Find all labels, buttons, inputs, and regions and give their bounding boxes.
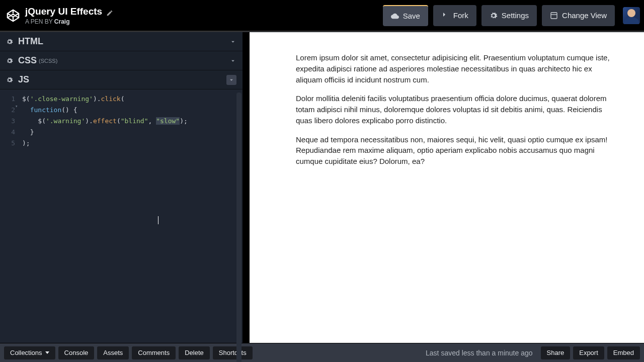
- change-view-button[interactable]: Change View: [542, 5, 615, 26]
- save-button[interactable]: Save: [383, 5, 428, 26]
- html-panel-header[interactable]: HTML: [0, 32, 243, 51]
- author-link[interactable]: Craig: [54, 18, 70, 25]
- settings-button[interactable]: Settings: [481, 5, 537, 26]
- dropdown-icon: [45, 351, 49, 354]
- js-panel-header[interactable]: JS: [0, 70, 243, 89]
- assets-button[interactable]: Assets: [97, 346, 129, 359]
- gear-icon: [490, 12, 498, 20]
- chevron-down-icon[interactable]: [229, 57, 236, 64]
- panel-resizer[interactable]: [243, 32, 250, 343]
- pen-title[interactable]: jQuery UI Effects: [25, 6, 102, 17]
- collections-button[interactable]: Collections: [4, 346, 55, 359]
- css-panel-header[interactable]: CSS (SCSS): [0, 51, 243, 70]
- editor-scrollbar[interactable]: [236, 93, 242, 362]
- css-preprocessor-label: (SCSS): [39, 58, 57, 64]
- cloud-icon: [391, 12, 399, 20]
- save-status: Last saved less than a minute ago: [426, 349, 532, 357]
- comments-button[interactable]: Comments: [132, 346, 176, 359]
- share-button[interactable]: Share: [541, 346, 571, 359]
- line-gutter: 1 2 3 4 5: [0, 89, 19, 343]
- code-content[interactable]: $('.close-warning').click( ▾function() {…: [19, 89, 188, 343]
- embed-button[interactable]: Embed: [607, 346, 640, 359]
- shortcuts-button[interactable]: Shortcuts: [213, 346, 253, 359]
- gear-icon[interactable]: [6, 57, 13, 64]
- chevron-down-icon[interactable]: [229, 38, 236, 45]
- js-editor[interactable]: 1 2 3 4 5 $('.close-warning').click( ▾fu…: [0, 89, 243, 343]
- fork-icon: [441, 12, 449, 20]
- codepen-logo-icon[interactable]: [6, 9, 20, 23]
- gear-icon[interactable]: [6, 76, 13, 83]
- gear-icon[interactable]: [6, 38, 13, 45]
- svg-rect-0: [551, 13, 557, 19]
- delete-button[interactable]: Delete: [179, 346, 210, 359]
- pen-byline: A PEN BY Craig: [25, 18, 113, 25]
- preview-paragraph: Dolor mollitia deleniti facilis voluptat…: [296, 93, 620, 126]
- fork-button[interactable]: Fork: [433, 5, 476, 26]
- preview-paragraph: Neque ad tempora necessitatibus non, mai…: [296, 134, 620, 167]
- console-button[interactable]: Console: [58, 346, 95, 359]
- layout-icon: [550, 12, 558, 20]
- html-panel-label: HTML: [18, 36, 43, 47]
- edit-title-icon[interactable]: [106, 8, 113, 15]
- css-panel-label: CSS: [18, 55, 37, 66]
- preview-paragraph: Lorem ipsum dolor sit amet, consectetur …: [296, 52, 620, 85]
- js-panel-label: JS: [18, 74, 29, 85]
- export-button[interactable]: Export: [573, 346, 604, 359]
- user-avatar[interactable]: [623, 7, 640, 24]
- chevron-down-icon[interactable]: [226, 75, 236, 85]
- preview-pane[interactable]: Lorem ipsum dolor sit amet, consectetur …: [250, 32, 644, 343]
